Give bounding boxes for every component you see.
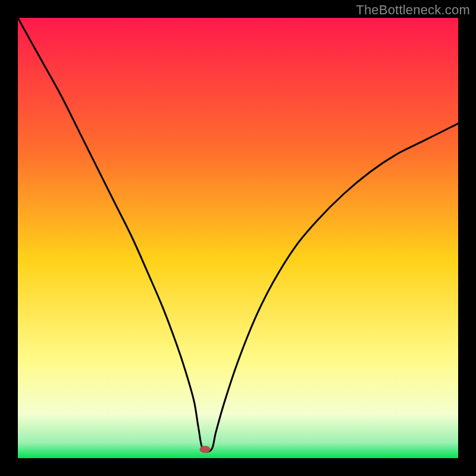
- watermark-text: TheBottleneck.com: [356, 2, 470, 18]
- gradient-background: [18, 18, 458, 458]
- minimum-marker: [200, 446, 211, 453]
- chart-frame: TheBottleneck.com: [0, 0, 476, 476]
- plot-area: [18, 18, 458, 458]
- chart-svg: [18, 18, 458, 458]
